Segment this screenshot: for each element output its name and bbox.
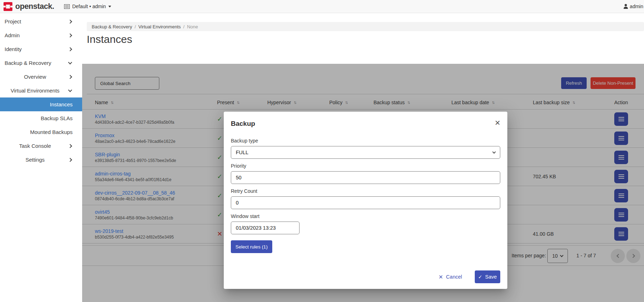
chevron-right-icon	[68, 75, 72, 79]
sidebar-item-backup-recovery[interactable]: Backup & Recovery	[0, 56, 82, 70]
chevron-down-icon	[492, 150, 496, 153]
backup-type-select[interactable]: FULL	[231, 146, 500, 159]
modal-footer: × Cancel ✓ Save	[231, 270, 500, 283]
user-label: admin	[630, 4, 643, 9]
breadcrumb-current: None	[187, 24, 198, 29]
openstack-logo-icon	[4, 2, 12, 11]
chevron-down-icon	[68, 60, 72, 64]
chevron-right-icon	[68, 144, 72, 148]
chevron-down-icon	[108, 6, 111, 7]
sidebar: Project Admin Identity Backup & Recovery…	[0, 13, 82, 302]
priority-label: Priority	[231, 163, 500, 169]
chevron-right-icon	[68, 19, 72, 23]
openstack-logo: openstack.	[0, 2, 54, 11]
sidebar-item-overview[interactable]: Overview	[0, 70, 82, 84]
sidebar-item-virtual-environments[interactable]: Virtual Environments	[0, 84, 82, 97]
user-menu[interactable]: admin	[623, 4, 644, 9]
breadcrumb-separator: /	[132, 24, 138, 29]
window-start-input[interactable]: 01/03/2023 13:23	[231, 222, 300, 234]
sidebar-item-backup-slas[interactable]: Backup SLAs	[0, 111, 82, 125]
breadcrumb-virtual-environments[interactable]: Virtual Environments	[138, 24, 181, 29]
sidebar-item-identity[interactable]: Identity	[0, 42, 82, 56]
project-context-switcher[interactable]: Default • admin	[64, 4, 111, 9]
top-navbar: openstack. Default • admin admin	[0, 0, 644, 13]
sidebar-item-task-console[interactable]: Task Console	[0, 139, 82, 153]
retry-count-label: Retry Count	[231, 188, 500, 194]
save-button[interactable]: ✓ Save	[475, 270, 500, 283]
cancel-button[interactable]: × Cancel	[439, 273, 462, 281]
sidebar-item-instances[interactable]: Instances	[0, 97, 82, 111]
breadcrumb: Backup & Recovery / Virtual Environments…	[87, 22, 644, 31]
context-label: Default • admin	[72, 4, 106, 9]
backup-modal: Backup × Backup type FULL Priority 50 Re…	[224, 112, 507, 289]
breadcrumb-separator: /	[181, 24, 187, 29]
window-start-label: Window start	[231, 213, 500, 219]
page-title: Instances	[87, 33, 132, 45]
select-rules-button[interactable]: Select rules (1)	[231, 240, 272, 253]
chevron-right-icon	[68, 158, 72, 162]
chevron-down-icon	[68, 88, 72, 92]
sidebar-item-admin[interactable]: Admin	[0, 28, 82, 42]
close-icon: ×	[439, 273, 443, 281]
check-icon: ✓	[478, 274, 483, 280]
user-icon	[623, 4, 628, 9]
sidebar-item-mounted-backups[interactable]: Mounted Backups	[0, 125, 82, 139]
retry-count-input[interactable]: 0	[231, 196, 500, 209]
chevron-right-icon	[68, 47, 72, 51]
sidebar-item-project[interactable]: Project	[0, 15, 82, 28]
openstack-wordmark: openstack.	[15, 2, 54, 11]
breadcrumb-backup-recovery[interactable]: Backup & Recovery	[92, 24, 132, 29]
chevron-right-icon	[68, 33, 72, 37]
modal-title: Backup	[231, 119, 500, 128]
sidebar-item-settings[interactable]: Settings	[0, 153, 82, 167]
list-icon	[64, 4, 70, 9]
backup-type-label: Backup type	[231, 138, 500, 144]
close-icon[interactable]: ×	[495, 118, 500, 127]
priority-input[interactable]: 50	[231, 171, 500, 184]
